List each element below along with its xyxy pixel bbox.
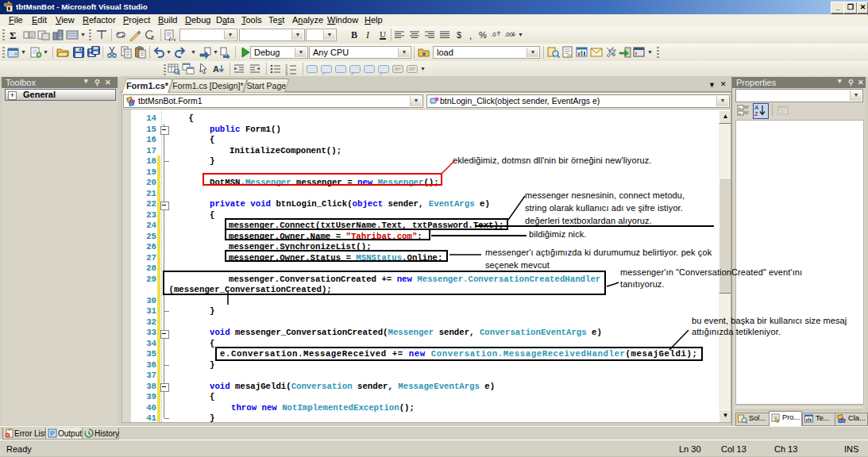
svg-text:+: + xyxy=(739,106,741,110)
svg-text:+: + xyxy=(739,111,741,116)
svg-text:%: % xyxy=(479,30,487,40)
svg-text:,: , xyxy=(469,30,472,41)
svg-text:3: 3 xyxy=(285,71,288,75)
svg-text:Z: Z xyxy=(754,110,758,117)
svg-text:2: 2 xyxy=(151,35,154,40)
svg-text:.0: .0 xyxy=(491,31,496,38)
svg-text:U: U xyxy=(380,29,386,39)
svg-text:Σ: Σ xyxy=(10,29,17,41)
svg-text:B: B xyxy=(351,29,357,40)
svg-text:A: A xyxy=(213,64,219,74)
svg-text:$: $ xyxy=(457,30,461,40)
svg-text:I: I xyxy=(365,29,370,40)
